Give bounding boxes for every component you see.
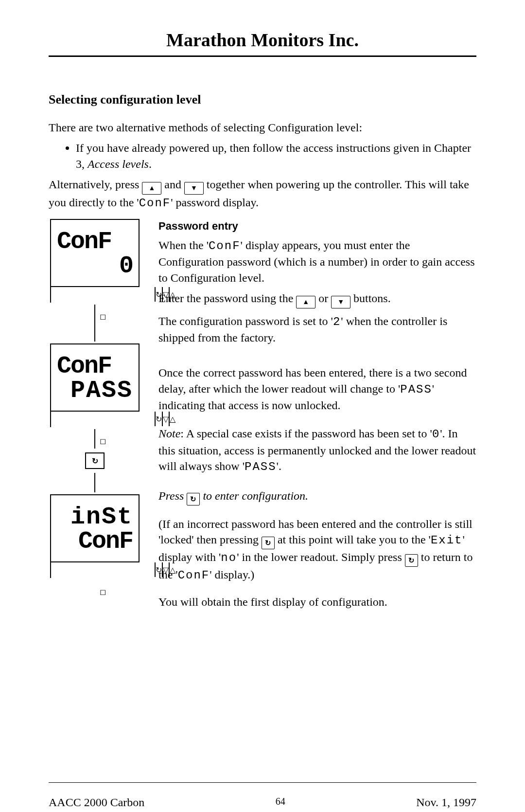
pw-paragraph-2: Enter the password using the or buttons. <box>158 290 476 308</box>
last-paragraph: You will obtain the first display of con… <box>158 594 476 610</box>
intro-bullet: If you have already powered up, then fol… <box>76 140 476 172</box>
circular-arrow-icon <box>190 495 196 504</box>
page-button-icon <box>51 562 155 592</box>
code-no: no <box>221 551 237 564</box>
code-conf: ConF <box>178 569 210 582</box>
lcd-top: ConF <box>57 354 133 379</box>
circular-arrow-icon <box>265 539 271 547</box>
chapter-name-access-levels: Access levels <box>88 158 149 170</box>
press-text: to enter configuration. <box>200 489 308 502</box>
pw-text: buttons. <box>350 292 391 305</box>
password-entry-heading: Password entry <box>158 219 476 234</box>
code-exit: Exit <box>431 534 463 547</box>
alt-text-2: and <box>161 178 184 191</box>
footer-rule <box>49 782 476 783</box>
inc-text: ' display.) <box>210 568 254 581</box>
flow-line <box>94 473 95 492</box>
note-paragraph: Note: A special case exists if the passw… <box>158 426 476 475</box>
device-conf-pass: ConF PASS <box>50 343 140 427</box>
pw-text: or <box>315 292 331 305</box>
inc-text: at this point will take you to the ' <box>275 533 431 546</box>
page-button-icon <box>51 287 155 316</box>
pass-paragraph: Once the correct password has been enter… <box>158 365 476 413</box>
pw-paragraph-3: The configuration password is set to '2'… <box>158 313 476 346</box>
lcd-top: inSt <box>57 505 133 529</box>
lcd-bottom: ConF <box>57 529 133 554</box>
incorrect-paragraph: (If an incorrect password has been enter… <box>158 516 476 584</box>
footer-left: AACC 2000 Carbon <box>49 796 144 809</box>
arrow-up-icon <box>148 183 155 193</box>
code-pass: PASS <box>400 383 432 396</box>
code-zero: 0 <box>432 428 440 441</box>
pw-paragraph-1: When the 'ConF' display appears, you mus… <box>158 237 476 286</box>
note-label: Note <box>158 427 180 440</box>
section-heading: Selecting configuration level <box>49 91 476 108</box>
scroll-button-icon <box>262 537 275 549</box>
note-text: '. <box>277 460 281 472</box>
scroll-step-icon <box>85 452 105 469</box>
up-button-icon <box>142 182 161 195</box>
down-button-icon <box>331 296 350 308</box>
footer-date: Nov. 1, 1997 <box>416 796 476 809</box>
code-conf: ConF <box>209 239 241 253</box>
alt-text-4: ' password display. <box>171 196 259 209</box>
press-text: Press <box>158 489 187 502</box>
intro-bullet-post: . <box>149 158 152 170</box>
lcd-bottom: 0 <box>57 254 133 278</box>
pw-text: The configuration password is set to ' <box>158 315 333 327</box>
press-instruction: Press to enter configuration. <box>158 488 476 505</box>
circular-arrow-icon <box>408 556 415 565</box>
lcd-bottom: PASS <box>57 379 133 403</box>
pw-text: When the ' <box>158 239 209 252</box>
arrow-up-icon <box>302 297 309 307</box>
header-rule <box>49 55 476 57</box>
scroll-button-icon <box>187 493 200 505</box>
lcd-top: ConF <box>57 230 133 254</box>
page-button-icon <box>51 412 155 441</box>
page-footer: AACC 2000 Carbon 64 Nov. 1, 1997 <box>49 791 476 809</box>
code-conf: ConF <box>139 197 171 210</box>
pw-text: Enter the password using the <box>158 292 296 305</box>
alt-text-1: Alternatively, press <box>49 178 142 191</box>
device-inst-conf: inSt ConF <box>50 494 140 578</box>
device-conf-0: ConF 0 <box>50 219 140 303</box>
flow-line <box>94 305 95 342</box>
down-button-icon <box>184 182 204 195</box>
flow-line <box>94 429 95 449</box>
alternative-paragraph: Alternatively, press and together when p… <box>49 177 476 211</box>
arrow-down-icon <box>191 183 197 193</box>
device-column: ConF 0 ConF PASS <box>49 219 141 578</box>
code-default-password: 2 <box>333 315 341 328</box>
inc-text: ' in the lower readout. Simply press <box>237 551 405 563</box>
page-title: Marathon Monitors Inc. <box>49 29 476 51</box>
arrow-down-icon <box>337 297 344 307</box>
up-button-icon <box>296 296 315 308</box>
code-pass: PASS <box>245 460 277 473</box>
intro-line: There are two alternative methods of sel… <box>49 120 476 135</box>
note-text: : A special case exists if the password … <box>180 427 432 440</box>
page-number: 64 <box>276 796 285 809</box>
scroll-button-icon <box>405 554 418 567</box>
